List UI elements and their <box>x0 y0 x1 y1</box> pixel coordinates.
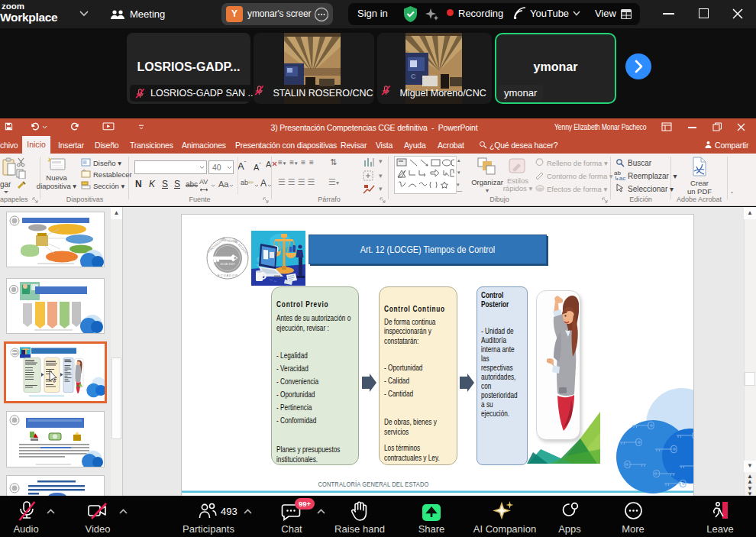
svg-text:C: C <box>411 73 416 80</box>
svg-text:E C U A D O R: E C U A D O R <box>218 273 237 277</box>
svg-text:05 DE 1927: 05 DE 1927 <box>221 263 235 266</box>
svg-text:A: A <box>266 160 272 169</box>
